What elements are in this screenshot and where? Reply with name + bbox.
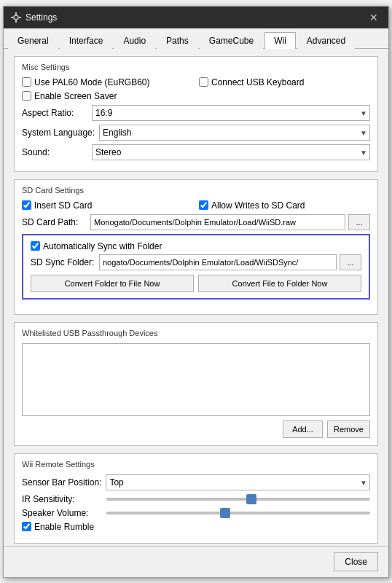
enable-rumble-text: Enable Rumble <box>34 522 94 532</box>
wii-remote-section: Wii Remote Settings Sensor Bar Position:… <box>14 453 378 544</box>
speaker-volume-row: Speaker Volume: <box>22 508 370 518</box>
sd-card-path-label: SD Card Path: <box>22 217 87 227</box>
aspect-ratio-wrapper: 16:9 4:3 Stretch to Window ▼ <box>92 105 370 121</box>
insert-sd-text: Insert SD Card <box>34 200 92 211</box>
insert-sd-label[interactable]: Insert SD Card <box>22 200 193 211</box>
misc-top-row: Use PAL60 Mode (EuRGB60) Connect USB Key… <box>22 77 370 87</box>
tab-advanced[interactable]: Advanced <box>297 32 355 49</box>
ir-sensitivity-thumb[interactable] <box>246 494 256 504</box>
title-bar-left: Settings <box>11 12 57 23</box>
system-language-row: System Language: English ▼ <box>22 125 370 141</box>
sd-sync-browse-button[interactable]: ... <box>340 254 361 270</box>
svg-point-0 <box>14 15 18 20</box>
tab-general[interactable]: General <box>8 32 58 49</box>
aspect-ratio-row: Aspect Ratio: 16:9 4:3 Stretch to Window… <box>22 105 370 121</box>
svg-rect-3 <box>11 17 13 18</box>
settings-icon <box>11 12 21 23</box>
sensor-bar-row: Sensor Bar Position: Top Bottom ▼ <box>22 474 370 490</box>
aspect-ratio-label: Aspect Ratio: <box>22 108 87 118</box>
wii-remote-title: Wii Remote Settings <box>22 460 370 469</box>
connect-usb-text: Connect USB Keyboard <box>211 77 304 87</box>
sound-row: Sound: Stereo Mono Surround ▼ <box>22 144 370 160</box>
whitelist-btn-row: Add... Remove <box>22 420 370 438</box>
sensor-bar-label: Sensor Bar Position: <box>22 477 101 488</box>
connect-usb-label[interactable]: Connect USB Keyboard <box>199 77 370 87</box>
system-language-wrapper: English ▼ <box>99 125 370 141</box>
sd-sync-path-row: SD Sync Folder: ... <box>31 254 361 270</box>
title-bar: Settings ✕ <box>4 7 388 28</box>
speaker-volume-thumb[interactable] <box>220 508 230 518</box>
ir-sensitivity-label: IR Sensitivity: <box>22 494 102 504</box>
screensaver-checkbox[interactable] <box>22 91 31 101</box>
sensor-bar-wrapper: Top Bottom ▼ <box>106 474 370 490</box>
tab-audio[interactable]: Audio <box>114 32 155 49</box>
use-pal60-checkbox[interactable] <box>22 77 31 87</box>
remove-device-button[interactable]: Remove <box>327 420 370 438</box>
speaker-volume-track <box>106 512 370 514</box>
tab-paths[interactable]: Paths <box>157 32 198 49</box>
close-dialog-button[interactable]: Close <box>334 552 378 571</box>
sync-button-row: Convert Folder to File Now Convert File … <box>31 275 361 292</box>
allow-writes-text: Allow Writes to SD Card <box>211 200 305 211</box>
enable-rumble-row: Enable Rumble <box>22 522 370 532</box>
main-content: Misc Settings Use PAL60 Mode (EuRGB60) C… <box>4 49 388 546</box>
use-pal60-label[interactable]: Use PAL60 Mode (EuRGB60) <box>22 77 193 87</box>
settings-window: Settings ✕ General Interface Audio Paths… <box>3 6 389 578</box>
add-device-button[interactable]: Add... <box>283 420 323 438</box>
screensaver-label[interactable]: Enable Screen Saver <box>22 91 117 101</box>
window-title: Settings <box>26 12 57 23</box>
ir-sensitivity-track <box>106 498 370 501</box>
tab-interface[interactable]: Interface <box>60 32 113 49</box>
convert-to-file-button[interactable]: Convert Folder to File Now <box>31 275 194 292</box>
whitelist-listbox[interactable] <box>22 343 370 416</box>
ir-sensitivity-fill <box>106 498 251 501</box>
use-pal60-text: Use PAL60 Mode (EuRGB60) <box>34 77 150 87</box>
enable-rumble-label[interactable]: Enable Rumble <box>22 522 94 532</box>
auto-sync-row: Automatically Sync with Folder <box>31 241 361 251</box>
aspect-ratio-dropdown[interactable]: 16:9 4:3 Stretch to Window <box>92 105 370 121</box>
sd-card-browse-button[interactable]: ... <box>348 214 370 230</box>
sd-card-path-input[interactable] <box>90 214 345 230</box>
auto-sync-text: Automatically Sync with Folder <box>43 241 162 251</box>
sd-card-checkboxes-row: Insert SD Card Allow Writes to SD Card <box>22 200 370 211</box>
screensaver-row: Enable Screen Saver <box>22 91 370 101</box>
sound-dropdown[interactable]: Stereo Mono Surround <box>92 144 370 160</box>
sd-sync-path-label: SD Sync Folder: <box>31 257 96 267</box>
sd-card-path-row: SD Card Path: ... <box>22 214 370 230</box>
misc-settings-title: Misc Settings <box>22 63 370 71</box>
connect-usb-checkbox[interactable] <box>199 77 208 87</box>
system-language-label: System Language: <box>22 128 95 138</box>
allow-writes-label[interactable]: Allow Writes to SD Card <box>199 200 370 211</box>
ir-sensitivity-row: IR Sensitivity: <box>22 494 370 504</box>
auto-sync-checkbox[interactable] <box>31 241 40 251</box>
svg-rect-2 <box>15 20 17 23</box>
tab-gamecube[interactable]: GameCube <box>200 32 263 49</box>
auto-sync-label[interactable]: Automatically Sync with Folder <box>31 241 162 251</box>
tab-wii[interactable]: Wii <box>264 32 296 49</box>
convert-to-folder-button[interactable]: Convert File to Folder Now <box>198 275 361 292</box>
sd-card-section: SD Card Settings Insert SD Card Allow Wr… <box>14 179 378 315</box>
allow-writes-checkbox[interactable] <box>199 200 208 210</box>
sound-label: Sound: <box>22 147 87 157</box>
sensor-bar-dropdown[interactable]: Top Bottom <box>106 474 370 490</box>
speaker-volume-fill <box>106 512 225 514</box>
sd-sync-path-input[interactable] <box>99 254 337 270</box>
enable-rumble-checkbox[interactable] <box>22 522 31 531</box>
footer: Close <box>4 546 388 577</box>
sync-folder-section: Automatically Sync with Folder SD Sync F… <box>22 234 370 300</box>
system-language-dropdown[interactable]: English <box>99 125 370 141</box>
speaker-volume-label: Speaker Volume: <box>22 508 102 518</box>
whitelist-section: Whitelisted USB Passthrough Devices Add.… <box>14 322 378 446</box>
sd-card-title: SD Card Settings <box>22 186 370 195</box>
sound-wrapper: Stereo Mono Surround ▼ <box>92 144 370 160</box>
insert-sd-checkbox[interactable] <box>22 200 31 210</box>
window-close-button[interactable]: ✕ <box>366 10 381 25</box>
misc-settings-section: Misc Settings Use PAL60 Mode (EuRGB60) C… <box>14 56 378 172</box>
screensaver-text: Enable Screen Saver <box>34 91 117 101</box>
svg-rect-4 <box>19 17 21 18</box>
svg-rect-1 <box>15 12 17 15</box>
whitelist-title: Whitelisted USB Passthrough Devices <box>22 329 370 337</box>
tab-bar: General Interface Audio Paths GameCube W… <box>4 28 388 49</box>
